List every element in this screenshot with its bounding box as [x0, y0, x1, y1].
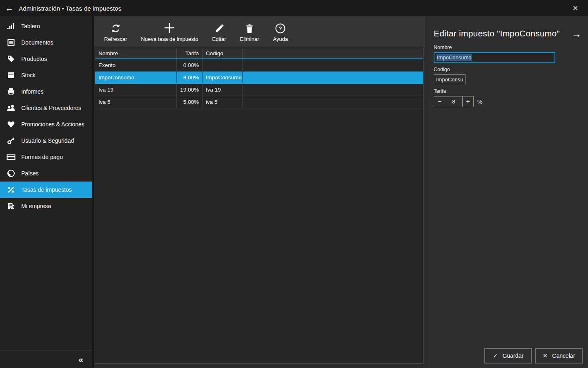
bar-chart-icon: [7, 22, 16, 31]
close-button[interactable]: ✕: [568, 0, 583, 16]
refresh-icon: [110, 22, 121, 34]
table-row[interactable]: Iva 5 5.00% iva 5: [95, 96, 423, 108]
cell-nombre: Iva 5: [95, 96, 177, 108]
people-icon: [7, 103, 16, 112]
sidebar-item-label: Productos: [21, 56, 47, 62]
back-button[interactable]: ←: [0, 0, 19, 16]
cell-nombre: Iva 19: [95, 84, 177, 96]
table-row-selected[interactable]: ImpoConsumo 8.00% ImpoConsumo: [95, 72, 423, 84]
toolbar: Refrescar Nueva tasa de impuesto Editar …: [94, 16, 425, 47]
save-button-label: Guardar: [503, 352, 523, 359]
column-header-empty: [243, 48, 423, 58]
sidebar-item-tablero[interactable]: Tablero: [0, 18, 92, 34]
decrease-button[interactable]: −: [434, 96, 445, 107]
minus-icon: −: [438, 98, 441, 105]
sidebar-item-label: Informes: [21, 88, 43, 95]
chevron-left-double-icon: «: [78, 355, 83, 364]
cell-nombre: Exento: [95, 59, 177, 71]
sidebar-item-label: Documentos: [21, 39, 53, 46]
plus-icon: [163, 22, 176, 34]
globe-icon: [7, 169, 16, 178]
cell-tarifa: 19.00%: [177, 84, 203, 96]
tax-rates-table: Nombre Tarifa Codigo Exento 0.00% ImpoCo…: [95, 48, 423, 364]
collapse-sidebar-button[interactable]: «: [74, 353, 87, 366]
help-icon: ?: [275, 22, 286, 34]
new-tax-rate-button[interactable]: Nueva tasa de impuesto: [134, 16, 205, 47]
box-icon: [7, 71, 16, 80]
tarifa-stepper: − 8 +: [434, 96, 474, 107]
sidebar-item-label: Stock: [21, 72, 36, 79]
sidebar-item-label: Tablero: [21, 23, 40, 29]
cancel-button[interactable]: ✕ Cancelar: [535, 348, 583, 364]
collapse-panel-button[interactable]: →: [572, 29, 581, 39]
trash-icon: [244, 22, 255, 34]
sidebar-item-formas-de-pago[interactable]: Formas de pago: [0, 149, 92, 165]
sidebar-item-label: Tasas de impuestos: [21, 186, 72, 193]
printer-icon: [7, 87, 16, 96]
toolbar-button-label: Nueva tasa de impuesto: [141, 36, 198, 42]
sidebar-item-documentos[interactable]: Documentos: [0, 34, 92, 51]
help-button[interactable]: ? Ayuda: [266, 16, 295, 47]
sidebar-item-label: Clientes & Proveedores: [21, 105, 81, 111]
main-content: Refrescar Nueva tasa de impuesto Editar …: [92, 16, 425, 368]
table-row[interactable]: Exento 0.00%: [95, 59, 423, 72]
column-header-tarifa[interactable]: Tarifa: [177, 48, 203, 58]
cancel-button-label: Cancelar: [552, 352, 575, 359]
cell-nombre: ImpoConsumo: [95, 72, 177, 83]
edit-button[interactable]: Editar: [205, 16, 233, 47]
save-button[interactable]: ✓ Guardar: [484, 348, 532, 364]
sidebar-item-paises[interactable]: Países: [0, 165, 92, 182]
sidebar-item-label: Países: [21, 170, 39, 177]
nombre-field-value: ImpoConsumo: [437, 54, 472, 61]
sidebar-item-label: Usuario & Seguridad: [21, 137, 74, 144]
tag-icon: [7, 54, 16, 63]
sidebar-item-clientes-proveedores[interactable]: Clientes & Proveedores: [0, 100, 92, 116]
close-icon: ✕: [572, 4, 578, 13]
sidebar-item-informes[interactable]: Informes: [0, 83, 92, 100]
sidebar-item-promociones[interactable]: Promociones & Acciones: [0, 116, 92, 132]
cross-icon: ✕: [543, 352, 548, 359]
table-row[interactable]: Iva 19 19.00% Iva 19: [95, 84, 423, 96]
building-icon: [7, 202, 16, 211]
sidebar-item-tasas-de-impuestos[interactable]: Tasas de impuestos: [0, 182, 92, 198]
sidebar-item-stock[interactable]: Stock: [0, 67, 92, 83]
heart-icon: [7, 120, 16, 129]
svg-text:?: ?: [279, 25, 282, 31]
cell-codigo: [203, 59, 243, 71]
tarifa-value[interactable]: 8: [445, 96, 462, 107]
back-arrow-icon: ←: [5, 3, 14, 13]
column-header-nombre[interactable]: Nombre: [95, 48, 177, 58]
tarifa-field-label: Tarifa: [434, 88, 580, 94]
sidebar-item-label: Promociones & Acciones: [21, 121, 85, 128]
nombre-field-label: Nombre: [434, 45, 580, 50]
sidebar-item-productos[interactable]: Productos: [0, 51, 92, 67]
app-window: ← Administración • Tasas de impuestos ✕ …: [0, 0, 588, 368]
delete-button[interactable]: Eliminar: [233, 16, 266, 47]
sidebar-item-label: Mi empresa: [21, 203, 51, 209]
sidebar-item-label: Formas de pago: [21, 154, 63, 160]
percent-unit-label: %: [477, 99, 482, 105]
toolbar-button-label: Editar: [212, 36, 226, 42]
cell-tarifa: 5.00%: [177, 96, 203, 108]
toolbar-button-label: Eliminar: [240, 36, 259, 42]
cell-tarifa: 8.00%: [177, 72, 203, 83]
sidebar-item-mi-empresa[interactable]: Mi empresa: [0, 198, 92, 214]
check-icon: ✓: [493, 352, 498, 359]
arrow-right-icon: →: [572, 28, 581, 39]
table-header: Nombre Tarifa Codigo: [95, 48, 423, 59]
nombre-field[interactable]: ImpoConsumo: [434, 52, 555, 63]
edit-panel: Editar impuesto "ImpoConsumo" → Nombre I…: [425, 16, 588, 368]
sidebar-item-usuario-seguridad[interactable]: Usuario & Seguridad: [0, 132, 92, 149]
increase-button[interactable]: +: [462, 96, 473, 107]
cell-codigo: Iva 19: [203, 84, 243, 96]
percent-icon: [7, 185, 16, 194]
cell-tarifa: 0.00%: [177, 59, 203, 71]
cell-codigo: ImpoConsumo: [203, 72, 243, 83]
refresh-button[interactable]: Refrescar: [97, 16, 134, 47]
codigo-field-label: Codigo: [434, 67, 580, 72]
column-header-codigo[interactable]: Codigo: [203, 48, 243, 58]
sidebar-footer: «: [0, 350, 92, 368]
key-icon: [7, 136, 16, 145]
codigo-field[interactable]: [434, 74, 466, 84]
sidebar: Tablero Documentos Productos Stock: [0, 16, 92, 368]
